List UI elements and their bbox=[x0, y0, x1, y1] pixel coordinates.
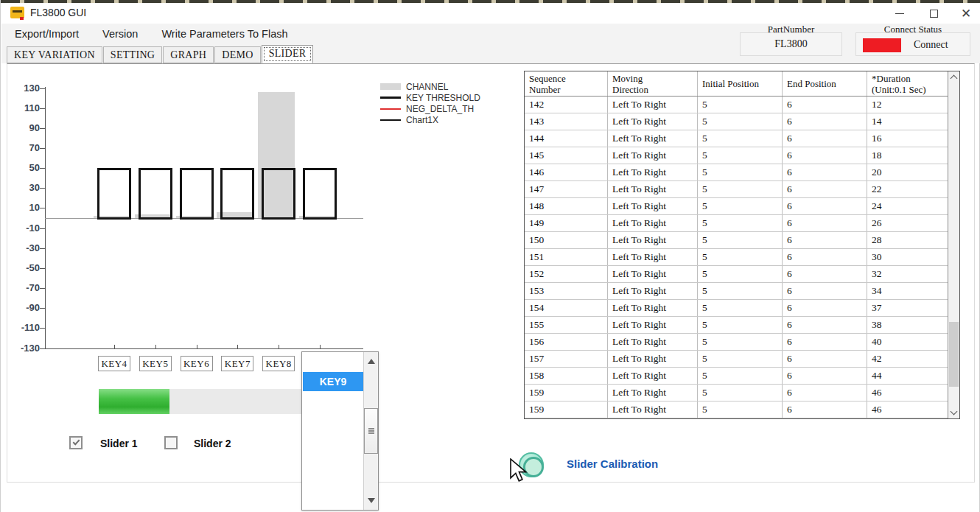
table-cell: 5 bbox=[698, 130, 783, 147]
table-cell: 5 bbox=[698, 232, 783, 248]
tab-setting[interactable]: SETTING bbox=[103, 46, 162, 63]
table-row[interactable]: 152Left To Right5632 bbox=[525, 266, 959, 283]
table-row[interactable]: 144Left To Right5616 bbox=[525, 130, 959, 147]
chart-legend: CHANNELKEY THRESHOLDNEG_DELTA_THChart1X bbox=[380, 81, 480, 125]
scroll-down-icon[interactable] bbox=[951, 408, 958, 415]
close-button[interactable]: ✕ bbox=[950, 3, 980, 24]
slider-calibration-label[interactable]: Slider Calibration bbox=[567, 457, 658, 470]
threshold-bar-key6 bbox=[180, 168, 214, 220]
table-scrollbar[interactable] bbox=[948, 71, 959, 418]
table-cell: 6 bbox=[783, 232, 867, 248]
table-row[interactable]: 153Left To Right5634 bbox=[525, 283, 959, 300]
tab-strip: KEY VARIATIONSETTINGGRAPHDEMOSLIDER bbox=[7, 45, 314, 63]
table-row[interactable]: 151Left To Right5630 bbox=[525, 249, 959, 266]
x-axis-tick bbox=[320, 345, 321, 348]
checkbox-slider-1[interactable] bbox=[69, 436, 83, 449]
scroll-down-icon[interactable] bbox=[368, 498, 375, 503]
y-axis-label: -130 bbox=[10, 343, 40, 354]
legend-label: Chart1X bbox=[406, 115, 438, 125]
table-cell: 40 bbox=[867, 334, 948, 350]
key-button-key8[interactable]: KEY8 bbox=[262, 356, 295, 371]
menu-item-export-import[interactable]: Export/Import bbox=[4, 25, 89, 43]
table-cell: 5 bbox=[698, 164, 783, 180]
table-cell: 157 bbox=[525, 351, 608, 367]
table-cell: Left To Right bbox=[608, 317, 698, 333]
key-button-key7[interactable]: KEY7 bbox=[221, 356, 253, 371]
y-axis-tick bbox=[40, 248, 45, 249]
table-cell: 6 bbox=[783, 351, 867, 367]
table-cell: 5 bbox=[698, 283, 783, 299]
mouse-cursor-icon bbox=[509, 458, 528, 483]
table-header-row: SequenceNumberMovingDirectionInitial Pos… bbox=[525, 71, 959, 97]
tab-demo[interactable]: DEMO bbox=[214, 46, 260, 63]
legend-label: NEG_DELTA_TH bbox=[406, 104, 474, 114]
table-row[interactable]: 148Left To Right5624 bbox=[525, 198, 959, 215]
minimize-button[interactable] bbox=[883, 3, 916, 24]
key-button-key6[interactable]: KEY6 bbox=[181, 356, 213, 371]
table-cell: 150 bbox=[525, 232, 608, 248]
table-cell: Left To Right bbox=[608, 181, 698, 197]
table-row[interactable]: 159Left To Right5646 bbox=[525, 385, 959, 401]
table-cell: 6 bbox=[783, 249, 867, 265]
checkbox-slider-2[interactable] bbox=[164, 436, 178, 449]
table-row[interactable]: 159Left To Right5646 bbox=[525, 401, 959, 418]
x-axis-tick bbox=[279, 345, 279, 348]
connect-status-indicator bbox=[863, 38, 901, 52]
tab-slider[interactable]: SLIDER bbox=[262, 45, 314, 63]
y-axis-tick bbox=[40, 188, 45, 189]
table-cell: 5 bbox=[698, 317, 783, 333]
table-column-header: Initial Position bbox=[698, 71, 783, 96]
tab-graph[interactable]: GRAPH bbox=[163, 46, 214, 63]
table-row[interactable]: 154Left To Right5637 bbox=[525, 300, 959, 317]
title-bar[interactable]: FL3800 GUI ✕ bbox=[1, 3, 980, 24]
x-axis-tick bbox=[155, 345, 156, 348]
tab-key-variation[interactable]: KEY VARIATION bbox=[7, 46, 102, 63]
scroll-up-icon[interactable] bbox=[951, 75, 958, 83]
legend-row-neg-delta-th: NEG_DELTA_TH bbox=[380, 103, 480, 114]
y-axis-label: -110 bbox=[10, 322, 40, 333]
table-row[interactable]: 156Left To Right5640 bbox=[525, 334, 959, 351]
table-cell: 5 bbox=[698, 97, 783, 113]
key-button-key4[interactable]: KEY4 bbox=[98, 356, 130, 371]
table-cell: Left To Right bbox=[608, 266, 698, 282]
table-row[interactable]: 155Left To Right5638 bbox=[525, 317, 959, 334]
table-row[interactable]: 143Left To Right5614 bbox=[525, 113, 959, 130]
table-row[interactable]: 158Left To Right5644 bbox=[525, 368, 959, 385]
table-cell: 37 bbox=[867, 300, 948, 316]
table-cell: 5 bbox=[698, 385, 783, 401]
legend-row-chart1x: Chart1X bbox=[380, 114, 480, 125]
menu-item-version[interactable]: Version bbox=[92, 25, 148, 43]
table-cell: Left To Right bbox=[608, 385, 698, 401]
key-button-key5[interactable]: KEY5 bbox=[139, 356, 172, 371]
y-axis-tick bbox=[40, 108, 45, 109]
table-row[interactable]: 145Left To Right5618 bbox=[525, 147, 959, 164]
table-cell: 6 bbox=[783, 147, 867, 164]
table-scrollbar-thumb[interactable] bbox=[949, 322, 959, 387]
y-axis-tick bbox=[40, 168, 45, 169]
table-cell: 34 bbox=[867, 283, 948, 299]
table-cell: 146 bbox=[525, 164, 608, 180]
table-cell: 155 bbox=[525, 317, 608, 333]
menu-item-write-parameters-to-flash[interactable]: Write Parameters To Flash bbox=[151, 25, 298, 43]
table-cell: 142 bbox=[525, 97, 608, 113]
table-row[interactable]: 146Left To Right5620 bbox=[525, 164, 959, 181]
listbox-scrollbar[interactable] bbox=[363, 352, 378, 510]
scroll-up-icon[interactable] bbox=[368, 359, 375, 364]
connect-button[interactable]: Connect bbox=[914, 39, 948, 51]
listbox-item-key9[interactable]: KEY9 bbox=[303, 372, 363, 391]
connect-status-label: Connect Status bbox=[856, 24, 970, 35]
table-row[interactable]: 150Left To Right5628 bbox=[525, 232, 959, 249]
table-row[interactable]: 142Left To Right5612 bbox=[525, 97, 959, 113]
maximize-button[interactable] bbox=[917, 3, 950, 24]
table-cell: 6 bbox=[783, 198, 867, 214]
table-cell: 5 bbox=[698, 249, 783, 265]
y-axis-tick bbox=[40, 308, 45, 309]
table-row[interactable]: 157Left To Right5642 bbox=[525, 351, 959, 368]
table-cell: 5 bbox=[698, 351, 783, 367]
listbox-scrollbar-thumb[interactable] bbox=[364, 408, 378, 454]
key-listbox[interactable]: KEY9 bbox=[301, 351, 379, 511]
table-row[interactable]: 149Left To Right5626 bbox=[525, 215, 959, 232]
table-row[interactable]: 147Left To Right5622 bbox=[525, 181, 959, 198]
table-cell: 6 bbox=[783, 164, 867, 180]
legend-swatch-icon bbox=[380, 97, 401, 99]
